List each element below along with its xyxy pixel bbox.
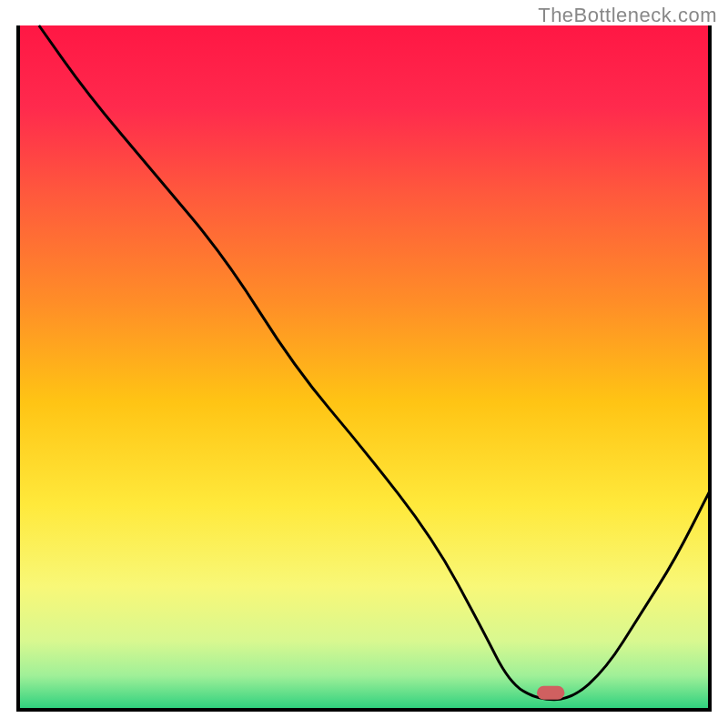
- watermark-text: TheBottleneck.com: [538, 4, 717, 27]
- optimal-marker: [537, 686, 564, 700]
- gradient-background: [18, 25, 710, 710]
- bottleneck-chart: [0, 0, 728, 728]
- chart-container: TheBottleneck.com: [0, 0, 728, 728]
